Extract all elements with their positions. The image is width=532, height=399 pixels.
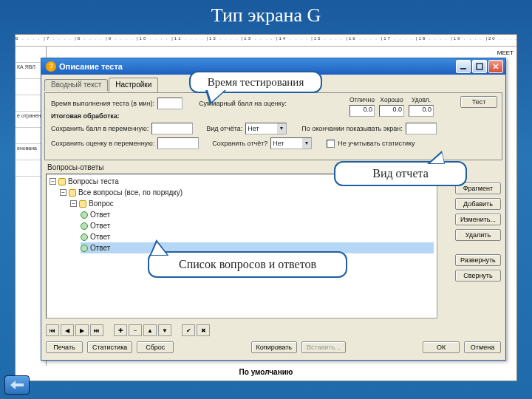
show-screen-input[interactable] <box>406 123 437 134</box>
folder-icon <box>58 178 66 185</box>
dont-count-checkbox[interactable] <box>327 140 335 148</box>
test-description-window: ? Описание теста Вводный текст Настройки… <box>41 58 506 361</box>
tree-root: Вопросы теста <box>68 177 119 185</box>
tree-question: Вопрос <box>89 200 114 208</box>
tab-input-text[interactable]: Вводный текст <box>44 79 108 91</box>
minimize-button[interactable] <box>456 60 471 73</box>
cancel-button[interactable]: Отмена <box>464 341 501 353</box>
grade-c-label: Удовл. <box>409 96 434 103</box>
report-kind-label: Вид отчёта: <box>206 125 242 132</box>
nav-add[interactable]: ✚ <box>114 324 127 336</box>
answer-icon <box>81 222 88 230</box>
app-icon: ? <box>46 61 56 72</box>
save-grade-label: Сохранить оценку в переменную: <box>51 140 154 147</box>
arrow-left-icon <box>10 380 24 390</box>
grade-c-input[interactable]: 0.0 <box>409 105 434 117</box>
reset-button[interactable]: Сброс <box>137 341 174 353</box>
slide-title: Тип экрана G <box>0 4 532 27</box>
nav-cancel[interactable]: ✖ <box>197 324 210 336</box>
ruler: 6 . . . . |7 . . . . |8 . . . . |9 . . .… <box>16 35 516 47</box>
results-title: Итоговая обработка: <box>51 112 120 120</box>
folder-icon <box>69 189 76 197</box>
answer-icon <box>81 233 88 241</box>
collapse-button[interactable]: Свернуть <box>455 270 501 282</box>
grade-a-label: Отлично <box>349 96 375 103</box>
maximize-button[interactable] <box>472 60 487 73</box>
nav-up[interactable]: ▲ <box>143 324 157 336</box>
nav-del[interactable]: − <box>129 324 142 336</box>
copy-button[interactable]: Копировать <box>251 341 297 353</box>
defaults-bar: По умолчанию <box>16 366 516 381</box>
collapse-icon[interactable]: − <box>60 189 66 196</box>
test-button[interactable]: Тест <box>460 96 497 108</box>
answer-icon <box>81 245 88 252</box>
print-button[interactable]: Печать <box>46 341 83 353</box>
nav-first[interactable]: ⏮ <box>46 324 59 336</box>
ok-button[interactable]: ОК <box>423 341 460 353</box>
answer-icon <box>81 211 88 219</box>
slide-back-button[interactable] <box>4 375 30 395</box>
save-report-label: Сохранить отчёт? <box>212 140 267 147</box>
nav-down[interactable]: ▼ <box>158 324 171 336</box>
meet-label: МЕЕТ <box>497 50 514 56</box>
save-score-input[interactable] <box>151 123 193 134</box>
dont-count-label: Не учитывать статистику <box>338 140 415 147</box>
nav-last[interactable]: ⏭ <box>90 324 103 336</box>
callout-list: Список вопросов и ответов <box>148 251 347 278</box>
callout-report: Вид отчета <box>334 161 467 186</box>
delete-button[interactable]: Удалить <box>455 229 501 241</box>
tree-all-questions: Все вопросы (все, по порядку) <box>78 188 183 197</box>
chevron-down-icon: ▾ <box>302 138 311 149</box>
report-kind-combo[interactable]: Нет▾ <box>245 123 287 134</box>
nav-next[interactable]: ▶ <box>75 324 89 336</box>
nav-prev[interactable]: ◀ <box>61 324 74 336</box>
save-report-combo[interactable]: Нет▾ <box>270 137 312 149</box>
collapse-icon[interactable]: − <box>50 178 56 185</box>
grade-b-input[interactable]: 0.0 <box>379 105 404 117</box>
chevron-down-icon: ▾ <box>277 123 286 134</box>
tree-action-buttons: Фрагмент Добавить Изменить... Удалить Ра… <box>455 183 501 282</box>
question-tree[interactable]: −Вопросы теста −Все вопросы (все, по пор… <box>46 174 437 318</box>
save-score-label: Сохранить балл в переменную: <box>51 125 149 132</box>
tree-answer: Ответ <box>90 222 110 230</box>
tree-answer: Ответ <box>90 233 110 241</box>
grade-thresholds: Отлично Хорошо Удовл. 0.0 0.0 0.0 <box>349 96 434 117</box>
callout-time: Время тестирования <box>189 71 322 93</box>
tree-answer: Ответ <box>90 211 110 219</box>
edit-button[interactable]: Изменить... <box>455 214 501 225</box>
svg-rect-0 <box>460 68 466 69</box>
close-button[interactable] <box>488 60 503 73</box>
nav-confirm[interactable]: ✔ <box>182 324 195 336</box>
question-icon <box>79 200 86 208</box>
tree-answer: Ответ <box>90 244 110 252</box>
time-label: Время выполнения теста (в мин): <box>51 100 154 107</box>
dialog-bottom-row: Печать Статистика Сброс Копировать Встав… <box>46 339 501 355</box>
tab-settings[interactable]: Настройки <box>109 78 158 92</box>
save-grade-input[interactable] <box>157 137 199 149</box>
window-title: Описание теста <box>59 62 454 71</box>
svg-rect-1 <box>477 64 482 69</box>
collapse-icon[interactable]: − <box>70 200 77 207</box>
stats-button[interactable]: Статистика <box>87 341 132 353</box>
expand-button[interactable]: Развернуть <box>455 254 501 266</box>
show-screen-label: По окончании показывать экран: <box>301 125 403 132</box>
record-navigator: ⏮ ◀ ▶ ⏭ ✚ − ▲ ▼ ✔ ✖ <box>46 323 437 338</box>
grade-b-label: Хорошо <box>379 96 404 103</box>
time-input[interactable] <box>157 98 183 109</box>
paste-button[interactable]: Вставить... <box>301 341 346 353</box>
add-button[interactable]: Добавить <box>455 198 501 210</box>
grade-a-input[interactable]: 0.0 <box>349 105 375 117</box>
